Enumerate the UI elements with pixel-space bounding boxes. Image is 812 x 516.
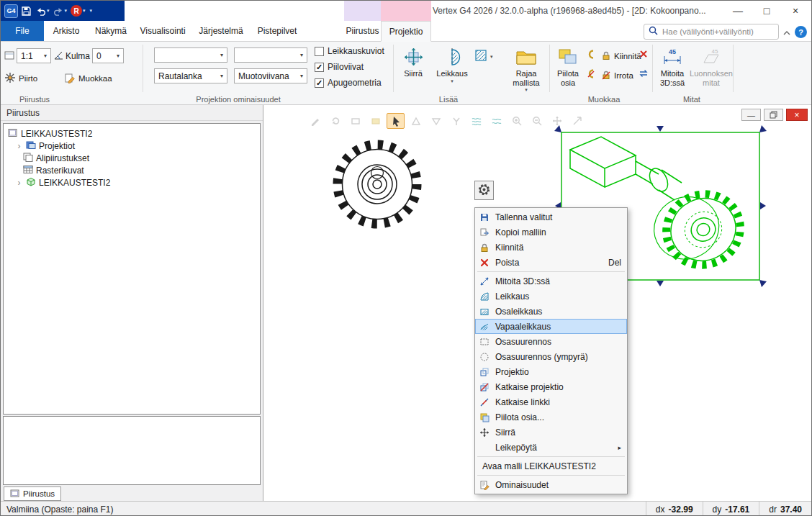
detach-button[interactable] [639, 49, 649, 59]
projection-style-combobox[interactable] [154, 47, 227, 63]
tab-arkisto[interactable]: Arkisto [44, 21, 89, 41]
tab-jarjestelma[interactable]: Järjestelmä [192, 21, 250, 41]
tree-item-drawing-root[interactable]: LEIKKAUSTESTI2 [5, 127, 258, 140]
zoom-out-tool-icon[interactable] [528, 113, 546, 129]
menu-item-avaa-malli[interactable]: Avaa malli LEIKKAUSTESTI2 [475, 458, 627, 474]
menu-item-osasuurennos-ympyra[interactable]: Osasuurennos (ympyrä) [475, 349, 627, 364]
menu-item-kiinnita[interactable]: Kiinnitä [475, 240, 627, 255]
properties-icon [478, 479, 491, 491]
kulma-combobox[interactable]: 0 [92, 48, 124, 63]
expander-icon[interactable]: › [15, 178, 23, 187]
piirto-button[interactable]: Piirto [4, 72, 37, 85]
select-tool-icon[interactable] [387, 113, 405, 129]
app-logo[interactable]: G4 [4, 4, 18, 18]
siirra-button[interactable]: Siirrä [397, 46, 430, 78]
wave-tool-icon[interactable] [487, 113, 505, 129]
checkbox-label: Piiloviivat [328, 62, 364, 72]
kiinnita-button[interactable]: Kiinnitä [601, 50, 641, 62]
revision-button[interactable]: R [70, 4, 86, 18]
maximize-button[interactable]: □ [752, 1, 781, 20]
menu-item-label: Osaleikkaus [495, 307, 621, 317]
piilota-osia-button[interactable]: Piilota osia [552, 46, 584, 87]
expander-icon[interactable]: › [15, 142, 23, 150]
swap-button[interactable] [639, 68, 649, 78]
clip-remove-button[interactable] [585, 68, 596, 79]
menu-item-vapaaleikkaus[interactable]: Vapaaleikkaus [475, 319, 627, 334]
menu-item-tallenna-valitut[interactable]: Tallenna valitut [475, 209, 627, 225]
menu-item-katkaise-projektio[interactable]: Katkaise projektio [475, 379, 627, 394]
tab-projektio-active[interactable]: Projektio [381, 21, 431, 42]
qat-customize-button[interactable] [89, 4, 94, 18]
leikkaus-button[interactable]: Leikkaus ▾ [433, 46, 471, 84]
menu-item-leikkaus[interactable]: Leikkaus [475, 289, 627, 304]
branch-tool-icon[interactable] [447, 113, 465, 129]
menu-item-siirra[interactable]: Siirrä [475, 425, 627, 440]
muokkaa-button[interactable]: Muokkaa [64, 72, 112, 85]
zoom-in-tool-icon[interactable] [508, 113, 525, 129]
sidebar-panel: Piirustus LEIKKAUSTESTI2 › Projektiot Al… [1, 105, 263, 501]
triangle-tool-icon[interactable] [407, 113, 425, 129]
gear-2d-projection[interactable] [338, 145, 417, 224]
tab-piirustus[interactable]: Piirustus [344, 21, 381, 41]
scale-combobox[interactable]: 1:1 [17, 48, 51, 63]
menu-item-mitoita-3d[interactable]: Mitoita 3D:ssä [475, 273, 627, 289]
menu-item-osaleikkaus[interactable]: Osaleikkaus [475, 304, 627, 319]
mitoita-3d-button[interactable]: 45 Mitoita 3D:ssä [654, 46, 690, 87]
piiloviivat-checkbox[interactable]: ✓ Piiloviivat [315, 62, 364, 72]
rotate-tool-icon[interactable] [326, 113, 344, 129]
redo-button[interactable] [53, 4, 68, 18]
rectangle-tool-icon[interactable] [346, 113, 364, 129]
drawing-canvas[interactable]: — × [264, 105, 812, 501]
irrota-button[interactable]: Irrota [601, 70, 633, 81]
tree-item-rasterikuvat[interactable]: Rasterikuvat [5, 164, 258, 176]
save-button[interactable] [20, 4, 32, 18]
ribbon: 1:1 Kulma 0 Piirto Muokkaa Rautalanka Mu… [1, 42, 811, 105]
document-restore-button[interactable] [764, 109, 783, 121]
leikkauskuviot-checkbox[interactable]: Leikkauskuviot [315, 46, 384, 56]
tab-nakyma[interactable]: Näkymä [89, 21, 133, 41]
menu-item-leikepoyta[interactable]: Leikepöytä ▸ [475, 440, 627, 455]
chevron-down-icon: ▾ [525, 87, 528, 93]
undo-button[interactable] [35, 4, 50, 18]
muotoviivana-combobox[interactable]: Muotoviivana [234, 68, 307, 83]
section-variant-dropdown[interactable]: ▾ [474, 48, 493, 65]
inverted-triangle-tool-icon[interactable] [427, 113, 445, 129]
help-button[interactable]: ? [795, 26, 807, 38]
section-icon [442, 46, 462, 68]
pencil-tool-icon[interactable] [306, 113, 324, 129]
tab-file[interactable]: File [1, 21, 44, 41]
menu-item-projektio[interactable]: Projektio [475, 364, 627, 379]
sidebar-bottom-tab-piirustus[interactable]: Piirustus [4, 486, 61, 501]
hatch-tool-icon[interactable] [467, 113, 485, 129]
menu-item-ominaisuudet[interactable]: Ominaisuudet [475, 477, 627, 492]
menu-item-kopioi-malliin[interactable]: Kopioi malliin [475, 225, 627, 240]
rautalanka-combobox[interactable]: Rautalanka [154, 68, 227, 83]
menu-item-poista[interactable]: Poista Del [475, 255, 627, 270]
measure-tool-icon[interactable] [568, 113, 586, 129]
menu-item-katkaise-linkki[interactable]: Katkaise linkki [475, 394, 627, 409]
projection-style2-combobox[interactable] [234, 47, 307, 63]
break-projection-icon [478, 381, 491, 393]
apugeometria-checkbox[interactable]: ✓ Apugeometria [315, 78, 382, 88]
fill-rectangle-tool-icon[interactable] [366, 113, 384, 129]
minimize-button[interactable]: — [723, 1, 752, 20]
tree-item-model[interactable]: › LEIKKAUSTESTI2 [5, 176, 258, 189]
close-button[interactable]: × [781, 1, 810, 20]
edit-pencil-icon [64, 72, 76, 85]
menu-item-piilota-osia[interactable]: Piilota osia... [475, 409, 627, 425]
clip-add-button[interactable] [585, 49, 596, 60]
tab-visualisointi[interactable]: Visualisointi [133, 21, 192, 41]
tree-item-projektiot[interactable]: › Projektiot [5, 140, 258, 152]
search-input[interactable]: Hae (välilyönti+välilyönti) [644, 24, 779, 40]
document-close-button[interactable]: × [786, 109, 808, 121]
rajaa-mallista-button[interactable]: Rajaa mallista ▾ [505, 46, 548, 93]
siirra-label: Siirrä [404, 69, 423, 78]
tree-item-alipiirustukset[interactable]: Alipiirustukset [5, 152, 258, 164]
collapse-ribbon-icon[interactable] [783, 28, 790, 34]
context-menu: Tallenna valitut Kopioi malliin Kiinnitä… [474, 207, 628, 494]
menu-item-osasuurennos[interactable]: Osasuurennos [475, 334, 627, 349]
document-minimize-button[interactable]: — [741, 109, 761, 121]
tab-pistepilvet[interactable]: Pistepilvet [250, 21, 304, 41]
context-settings-button[interactable] [474, 181, 494, 200]
pan-tool-icon[interactable] [548, 113, 566, 129]
